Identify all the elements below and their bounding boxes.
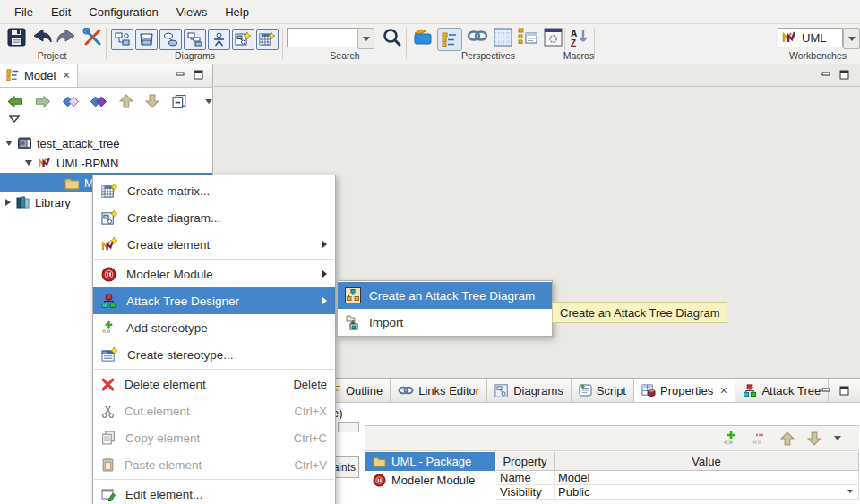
minimize-icon[interactable] xyxy=(821,386,831,396)
toolbar-overflow-chevron[interactable] xyxy=(9,115,20,123)
chevron-down-icon[interactable] xyxy=(847,490,853,493)
modelio-logo-icon xyxy=(781,30,797,46)
element-list-item-modeler-module[interactable]: Modeler Module xyxy=(366,471,495,490)
toolbar-divider xyxy=(406,28,407,59)
tab-diagrams[interactable]: Diagrams xyxy=(487,379,572,402)
tab-attack-tree[interactable]: Attack Tree xyxy=(735,379,829,402)
remove-stereotype-icon[interactable]: «» xyxy=(752,431,768,447)
move-up-icon[interactable] xyxy=(780,431,795,446)
navigate-forward-icon[interactable] xyxy=(35,95,51,108)
search-dropdown-button[interactable] xyxy=(357,28,374,49)
search-button[interactable] xyxy=(383,28,402,47)
class-diagram-button[interactable] xyxy=(111,29,133,50)
menu-file[interactable]: File xyxy=(5,2,42,22)
tab-label: Diagrams xyxy=(513,384,563,397)
previous-selection-icon[interactable] xyxy=(63,95,80,108)
menu-help[interactable]: Help xyxy=(216,2,258,22)
menu-shortcut: Delete xyxy=(293,378,327,391)
submenu-item-create-attack-tree-diagram[interactable]: Create an Attack Tree Diagram xyxy=(338,282,552,309)
tab-script[interactable]: Script xyxy=(572,379,634,402)
model-explorer-perspective-button[interactable] xyxy=(437,28,462,51)
save-button[interactable] xyxy=(7,28,26,47)
bottom-views-panel: Outline Links Editor Diagrams xyxy=(328,378,860,504)
maximize-icon[interactable] xyxy=(194,70,203,80)
maximize-icon[interactable] xyxy=(839,70,849,80)
toolbar-group-label-diagrams: Diagrams xyxy=(157,50,233,61)
tree-item-uml-bpmn[interactable]: UML-BPMN xyxy=(0,153,212,173)
menu-item-delete-element[interactable]: Delete element Delete xyxy=(93,371,335,397)
composite-diagram-button[interactable] xyxy=(184,29,206,50)
add-stereotype-icon[interactable]: «» xyxy=(723,431,739,447)
side-tab-fragment xyxy=(338,422,359,432)
redo-icon xyxy=(56,28,76,46)
tab-links-editor[interactable]: Links Editor xyxy=(391,379,487,402)
workbench-dropdown-button[interactable] xyxy=(843,28,860,49)
table-row-name[interactable]: Name Model xyxy=(496,471,859,485)
use-case-diagram-button[interactable] xyxy=(159,29,182,50)
value-cell[interactable]: Model xyxy=(555,471,859,484)
menu-item-create-diagram[interactable]: Create diagram... xyxy=(93,204,335,231)
maximize-icon[interactable] xyxy=(839,386,849,396)
redo-button[interactable] xyxy=(56,28,76,46)
deployment-diagram-button[interactable] xyxy=(135,29,158,50)
next-selection-icon[interactable] xyxy=(90,95,108,108)
hierarchy-perspective-button[interactable] xyxy=(518,28,538,46)
collapse-all-icon[interactable] xyxy=(171,94,186,109)
model-tree-icon xyxy=(6,69,20,81)
tab-outline[interactable]: Outline xyxy=(329,379,391,402)
create-diagram-button[interactable] xyxy=(232,29,254,50)
move-down-icon[interactable] xyxy=(807,431,821,446)
configure-tools-button[interactable] xyxy=(82,28,103,47)
menu-item-add-stereotype[interactable]: «» Add stereotype xyxy=(93,314,335,341)
tree-item-label: UML-BPMN xyxy=(56,157,118,170)
attack-tree-icon xyxy=(743,384,757,397)
table-row-visibility[interactable]: Visibility Public xyxy=(496,485,859,500)
tab-model[interactable]: Model ✕ xyxy=(0,64,78,87)
menu-item-cut-element[interactable]: Cut element Ctrl+X xyxy=(93,397,335,424)
menu-item-create-matrix[interactable]: Create matrix... xyxy=(93,177,335,204)
view-menu-icon[interactable] xyxy=(205,99,212,104)
macros-button[interactable]: A Z xyxy=(570,28,591,48)
submenu-item-label: Create an Attack Tree Diagram xyxy=(369,289,535,303)
menu-item-create-element[interactable]: Create element xyxy=(93,231,335,258)
properties-menu-icon[interactable] xyxy=(834,436,841,440)
menu-item-create-stereotype[interactable]: «= Create stereotype... xyxy=(93,341,335,368)
value-cell[interactable]: Public xyxy=(555,485,859,499)
tree-item-project[interactable]: test_attack_tree xyxy=(0,133,212,153)
menu-item-modeler-module[interactable]: Modeler Module xyxy=(93,261,335,287)
tab-properties[interactable]: Properties ✕ xyxy=(634,379,735,402)
element-list-item-package[interactable]: UML - Package xyxy=(366,452,495,471)
menu-item-paste-element[interactable]: Paste element Ctrl+V xyxy=(93,451,335,478)
close-icon[interactable]: ✕ xyxy=(62,70,70,81)
navigate-back-icon[interactable] xyxy=(7,95,23,108)
menu-item-attack-tree-designer[interactable]: Attack Tree Designer xyxy=(93,287,335,314)
expander-icon[interactable] xyxy=(5,141,13,146)
menu-edit[interactable]: Edit xyxy=(42,2,80,22)
close-icon[interactable]: ✕ xyxy=(719,385,727,397)
actor-icon xyxy=(211,32,227,47)
expander-icon[interactable] xyxy=(25,160,32,166)
create-matrix-button[interactable] xyxy=(256,29,279,50)
menu-views[interactable]: Views xyxy=(168,2,216,22)
header-value: Value xyxy=(555,452,859,470)
menu-item-copy-element[interactable]: Copy element Ctrl+C xyxy=(93,424,335,451)
project-perspective-button[interactable] xyxy=(413,28,433,46)
toolbar-divider xyxy=(594,28,595,59)
search-input[interactable] xyxy=(287,28,362,47)
move-down-icon[interactable] xyxy=(145,94,159,108)
actor-diagram-button[interactable] xyxy=(208,29,230,50)
workbench-value: UML xyxy=(802,31,826,45)
minimize-icon[interactable] xyxy=(821,70,831,80)
submenu-item-import[interactable]: Import xyxy=(338,309,552,336)
menu-configuration[interactable]: Configuration xyxy=(80,2,167,22)
grid-perspective-button[interactable] xyxy=(494,28,512,47)
window-perspective-button[interactable] xyxy=(544,28,563,47)
minimize-icon[interactable] xyxy=(176,70,185,80)
menu-item-edit-element[interactable]: Edit element... xyxy=(93,481,335,504)
links-perspective-button[interactable] xyxy=(467,28,488,44)
expander-icon[interactable] xyxy=(5,199,11,206)
move-up-icon[interactable] xyxy=(119,94,133,108)
workbench-selector[interactable]: UML xyxy=(778,28,843,47)
undo-button[interactable] xyxy=(32,28,53,46)
model-explorer-toolbar xyxy=(0,88,212,115)
